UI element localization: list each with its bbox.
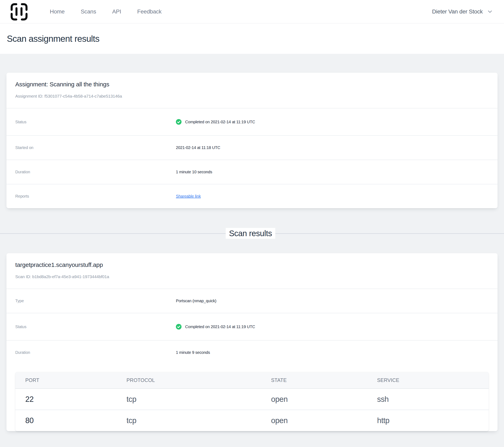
page-header: Scan assignment results <box>0 23 504 54</box>
cell-protocol: tcp <box>116 389 261 410</box>
cell-port: 80 <box>15 410 116 431</box>
cell-service: ssh <box>367 389 489 410</box>
chevron-down-icon <box>488 10 492 13</box>
cell-port: 22 <box>15 389 116 410</box>
assignment-row-reports: Reports Shareable link <box>6 184 498 208</box>
status-check-icon <box>176 324 181 330</box>
scan-card-header: targetpractice1.scanyourstuff.app Scan I… <box>6 253 498 288</box>
row-label: Duration <box>15 170 176 174</box>
assignment-row-status: Status Completed on 2021-02-14 at 11:19 … <box>6 108 498 135</box>
page-title: Scan assignment results <box>7 34 99 44</box>
scan-type-value: Portscan (nmap_quick) <box>176 299 216 303</box>
row-label: Type <box>15 299 176 303</box>
duration-value: 1 minute 10 seconds <box>176 170 212 174</box>
ports-table-container: PORT PROTOCOL STATE SERVICE 22 tcp open … <box>15 372 489 431</box>
assignment-row-started: Started on 2021-02-14 at 11:18 UTC <box>6 135 498 160</box>
row-label: Duration <box>15 350 176 355</box>
nav-item-api[interactable]: API <box>112 8 121 15</box>
status-text: Completed on 2021-02-14 at 11:19 UTC <box>185 120 255 124</box>
scan-target: targetpractice1.scanyourstuff.app <box>15 261 489 269</box>
ports-table-header-row: PORT PROTOCOL STATE SERVICE <box>15 372 489 389</box>
col-header-protocol: PROTOCOL <box>116 372 261 389</box>
table-row: 80 tcp open http <box>15 410 489 431</box>
scan-row-duration: Duration 1 minute 9 seconds <box>6 340 498 364</box>
started-on-value: 2021-02-14 at 11:18 UTC <box>176 145 220 150</box>
user-name: Dieter Van der Stock <box>432 8 483 15</box>
assignment-card-header: Assignment: Scanning all the things Assi… <box>6 73 498 108</box>
scan-results-divider: Scan results <box>0 208 504 253</box>
cell-state: open <box>261 410 367 431</box>
assignment-title: Assignment: Scanning all the things <box>15 80 489 88</box>
nav-links: Home Scans API Feedback <box>50 8 162 15</box>
row-label: Started on <box>15 145 176 150</box>
nav-item-home[interactable]: Home <box>50 8 65 15</box>
col-header-service: SERVICE <box>367 372 489 389</box>
row-label: Reports <box>15 194 176 199</box>
scan-card: targetpractice1.scanyourstuff.app Scan I… <box>6 253 498 431</box>
scan-row-type: Type Portscan (nmap_quick) <box>6 288 498 313</box>
cell-protocol: tcp <box>116 410 261 431</box>
scan-row-status: Status Completed on 2021-02-14 at 11:19 … <box>6 313 498 340</box>
scan-status-text: Completed on 2021-02-14 at 11:19 UTC <box>185 324 255 329</box>
assignment-card: Assignment: Scanning all the things Assi… <box>6 73 498 208</box>
status-value: Completed on 2021-02-14 at 11:19 UTC <box>176 119 255 125</box>
col-header-port: PORT <box>15 372 116 389</box>
cell-service: http <box>367 410 489 431</box>
nav-item-feedback[interactable]: Feedback <box>137 8 162 15</box>
col-header-state: STATE <box>261 372 367 389</box>
scan-results-label: Scan results <box>226 228 275 239</box>
table-row: 22 tcp open ssh <box>15 389 489 410</box>
assignment-id: Assignment ID: f5301077-c54a-4b58-a714-c… <box>15 93 489 99</box>
nav-item-scans[interactable]: Scans <box>81 8 96 15</box>
assignment-row-duration: Duration 1 minute 10 seconds <box>6 160 498 184</box>
status-check-icon <box>176 119 181 125</box>
brand-logo-icon <box>11 3 28 20</box>
cell-state: open <box>261 389 367 410</box>
shareable-link[interactable]: Shareable link <box>176 194 201 199</box>
row-label: Status <box>15 120 176 124</box>
scan-status-value: Completed on 2021-02-14 at 11:19 UTC <box>176 324 255 330</box>
row-label: Status <box>15 324 176 329</box>
navbar: Home Scans API Feedback Dieter Van der S… <box>0 0 504 23</box>
scan-id: Scan ID: b1bd8a2b-ef7a-45e3-a941-1973444… <box>15 274 489 280</box>
brand-logo[interactable] <box>11 3 28 20</box>
scan-duration-value: 1 minute 9 seconds <box>176 350 210 355</box>
main-content: Assignment: Scanning all the things Assi… <box>0 54 504 431</box>
ports-table: PORT PROTOCOL STATE SERVICE 22 tcp open … <box>15 372 489 431</box>
user-menu[interactable]: Dieter Van der Stock <box>432 8 492 15</box>
